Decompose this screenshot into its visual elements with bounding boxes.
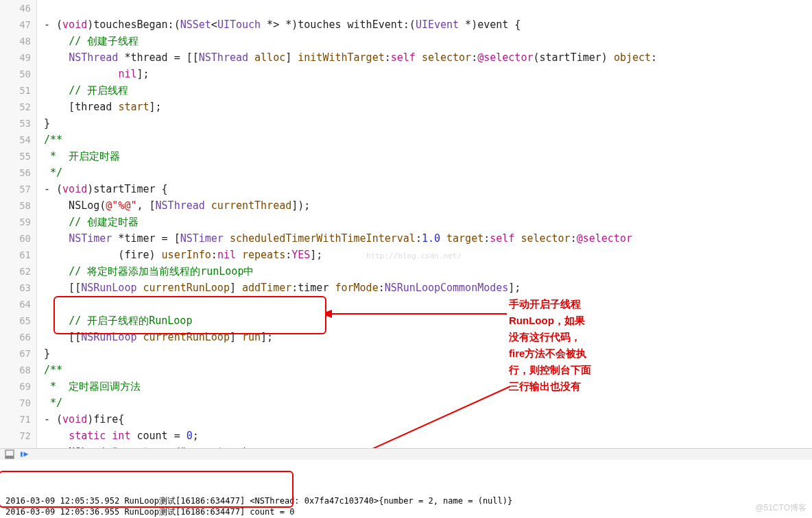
line-number: 65 <box>0 312 31 329</box>
continue-icon[interactable] <box>21 449 32 460</box>
line-number: 67 <box>0 345 31 362</box>
line-number-gutter: 4647484950515253545556575859606162636465… <box>0 0 37 448</box>
annotation-line: 没有这行代码， <box>509 329 591 345</box>
line-number: 56 <box>0 164 31 181</box>
line-number: 50 <box>0 66 31 82</box>
line-number: 58 <box>0 197 31 214</box>
annotation-line: 手动开启子线程 <box>509 296 591 312</box>
code-line[interactable]: [[NSRunLoop currentRunLoop] addTimer:tim… <box>44 280 812 296</box>
code-line[interactable]: */ <box>44 395 812 411</box>
code-line[interactable]: NSLog(@"%@", [NSThread currentThread]); <box>44 197 812 214</box>
line-number: 55 <box>0 148 31 164</box>
code-line[interactable]: NSThread *thread = [[NSThread alloc] ini… <box>44 49 812 66</box>
debug-toolbar <box>0 448 812 460</box>
annotation-line: RunLoop，如果 <box>509 312 591 329</box>
line-number: 46 <box>0 0 31 16</box>
line-number: 66 <box>0 329 31 345</box>
line-number: 59 <box>0 214 31 230</box>
line-number: 60 <box>0 230 31 247</box>
code-line[interactable]: NSTimer *timer = [NSTimer scheduledTimer… <box>44 230 812 247</box>
line-number: 54 <box>0 132 31 148</box>
line-number: 72 <box>0 428 31 444</box>
code-line[interactable]: * 开启定时器 <box>44 148 812 164</box>
line-number: 70 <box>0 395 31 411</box>
code-line[interactable]: // 创建定时器 <box>44 214 812 230</box>
line-number: 63 <box>0 280 31 296</box>
code-line[interactable]: } <box>44 115 812 132</box>
line-number: 48 <box>0 33 31 49</box>
code-line[interactable]: } <box>44 345 812 362</box>
page-watermark: @51CTO博客 <box>755 502 807 514</box>
code-line[interactable]: - (void)fire{ <box>44 411 812 428</box>
code-line[interactable]: /** <box>44 362 812 378</box>
console-line: 2016-03-09 12:05:35.952 RunLoop测试[16186:… <box>5 495 807 506</box>
line-number: 52 <box>0 99 31 115</box>
svg-rect-3 <box>5 456 14 458</box>
line-number: 64 <box>0 296 31 312</box>
line-number: 69 <box>0 378 31 395</box>
code-line[interactable] <box>44 0 812 16</box>
line-number: 61 <box>0 247 31 263</box>
code-line[interactable]: * 定时器回调方法 <box>44 378 812 395</box>
code-line[interactable]: // 开启线程 <box>44 82 812 99</box>
code-line[interactable]: - (void)touchesBegan:(NSSet<UITouch *> *… <box>44 16 812 33</box>
line-number: 57 <box>0 181 31 197</box>
code-line[interactable]: /** <box>44 132 812 148</box>
annotation-line: fire方法不会被执 <box>509 345 591 362</box>
code-line[interactable]: */ <box>44 164 812 181</box>
code-line[interactable] <box>44 296 812 312</box>
code-line[interactable]: // 创建子线程 <box>44 33 812 49</box>
line-number: 51 <box>0 82 31 99</box>
code-line[interactable]: nil]; <box>44 66 812 82</box>
code-line[interactable]: // 开启子线程的RunLoop <box>44 312 812 329</box>
code-content[interactable]: - (void)touchesBegan:(NSSet<UITouch *> *… <box>37 0 812 448</box>
line-number: 71 <box>0 411 31 428</box>
console-line: 2016-03-09 12:05:36.955 RunLoop测试[16186:… <box>5 506 807 517</box>
code-line[interactable]: [thread start]; <box>44 99 812 115</box>
code-editor[interactable]: 4647484950515253545556575859606162636465… <box>0 0 812 448</box>
line-number: 49 <box>0 49 31 66</box>
faint-watermark: http://blog.csdn.net/ <box>366 248 462 264</box>
line-number: 47 <box>0 16 31 33</box>
annotation-line: 三行输出也没有 <box>509 378 591 395</box>
annotation-text: 手动开启子线程RunLoop，如果没有这行代码，fire方法不会被执行，则控制台… <box>509 296 591 395</box>
code-line[interactable]: static int count = 0; <box>44 428 812 444</box>
svg-rect-4 <box>21 452 23 456</box>
code-line[interactable]: [[NSRunLoop currentRunLoop] run]; <box>44 329 812 345</box>
console-output[interactable]: 2016-03-09 12:05:35.952 RunLoop测试[16186:… <box>0 460 812 518</box>
line-number: 62 <box>0 263 31 280</box>
code-line[interactable]: NSLog(@"count = %d",count ++); <box>44 444 812 448</box>
code-line[interactable]: // 将定时器添加当前线程的runLoop中 <box>44 263 812 280</box>
line-number: 68 <box>0 362 31 378</box>
code-line[interactable]: - (void)startTimer { <box>44 181 812 197</box>
toggle-console-icon[interactable] <box>4 449 15 460</box>
annotation-line: 行，则控制台下面 <box>509 362 591 378</box>
line-number: 53 <box>0 115 31 132</box>
